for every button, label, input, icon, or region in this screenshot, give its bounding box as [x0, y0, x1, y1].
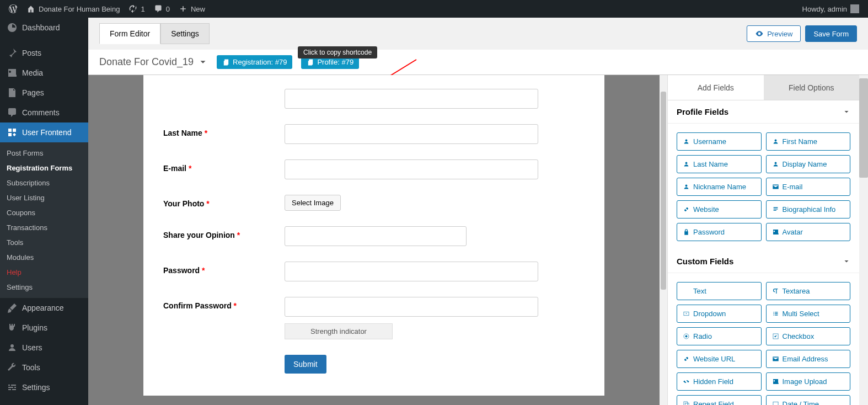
- right-panel: Add Fields Field Options Profile Fields …: [667, 75, 859, 405]
- link-icon: [683, 206, 690, 213]
- input-first-name[interactable]: [285, 89, 538, 109]
- input-confirm-password[interactable]: [285, 297, 538, 317]
- submenu-registration-forms[interactable]: Registration Forms: [0, 161, 88, 175]
- menu-pages[interactable]: Pages: [0, 83, 88, 103]
- site-home[interactable]: Donate For Human Being: [22, 0, 124, 18]
- updates-count: 1: [141, 5, 144, 13]
- menu-users[interactable]: Users: [0, 338, 88, 358]
- radio-icon: [683, 333, 690, 340]
- pin-icon: [7, 47, 18, 58]
- copy-tooltip: Click to copy shortcode: [298, 46, 377, 58]
- field-datetime[interactable]: Date / Time: [766, 395, 851, 405]
- submit-button[interactable]: Submit: [285, 355, 326, 374]
- envelope-icon: [772, 355, 779, 363]
- form-canvas[interactable]: Last Name * E-mail * Your Photo * Select…: [88, 75, 660, 405]
- tab-add-fields[interactable]: Add Fields: [668, 75, 764, 100]
- submenu-settings[interactable]: Settings: [0, 280, 88, 295]
- submenu-subscriptions[interactable]: Subscriptions: [0, 175, 88, 190]
- shortcode-registration[interactable]: Registration: #79: [217, 55, 292, 69]
- field-username[interactable]: Username: [677, 132, 762, 151]
- submenu-tools[interactable]: Tools: [0, 235, 88, 250]
- menu-posts-label: Posts: [22, 49, 41, 57]
- submenu-help[interactable]: Help: [0, 265, 88, 280]
- comments-icon: [7, 107, 18, 118]
- submenu-post-forms[interactable]: Post Forms: [0, 146, 88, 161]
- page-scrollbar[interactable]: [859, 75, 868, 405]
- wrench-icon: [7, 362, 18, 373]
- menu-posts[interactable]: Posts: [0, 43, 88, 63]
- submenu-user-listing[interactable]: User Listing: [0, 190, 88, 205]
- field-nickname[interactable]: Nickname Name: [677, 178, 762, 196]
- field-multi-select[interactable]: Multi Select: [766, 305, 851, 323]
- comments-count: 0: [166, 5, 170, 13]
- svg-point-4: [685, 335, 688, 338]
- menu-tools[interactable]: Tools: [0, 358, 88, 377]
- field-bio[interactable]: Biographical Info: [766, 200, 851, 219]
- form-title-text: Donate For Covid_19: [99, 56, 194, 68]
- field-email-address[interactable]: Email Address: [766, 350, 851, 368]
- submenu-coupons[interactable]: Coupons: [0, 205, 88, 220]
- preview-button[interactable]: Preview: [747, 25, 801, 42]
- new-content[interactable]: New: [174, 0, 210, 18]
- tab-settings[interactable]: Settings: [160, 23, 210, 44]
- svg-rect-6: [684, 402, 688, 405]
- input-last-name[interactable]: [285, 124, 538, 144]
- canvas-scrollbar[interactable]: [660, 75, 667, 405]
- field-text[interactable]: Text: [677, 282, 762, 300]
- form-title[interactable]: Donate For Covid_19: [99, 56, 208, 68]
- menu-plugins-label: Plugins: [22, 323, 47, 332]
- admin-bar: Donate For Human Being 1 0 New Howdy, ad…: [0, 0, 868, 18]
- select-image-button[interactable]: Select Image: [285, 195, 341, 211]
- user-avatar: [850, 4, 859, 13]
- menu-comments[interactable]: Comments: [0, 103, 88, 122]
- menu-plugins[interactable]: Plugins: [0, 318, 88, 338]
- menu-dashboard[interactable]: Dashboard: [0, 18, 88, 38]
- wp-logo[interactable]: [4, 0, 22, 18]
- admin-bar-right[interactable]: Howdy, admin: [802, 4, 864, 13]
- field-website-url[interactable]: Website URL: [677, 350, 762, 368]
- new-label: New: [191, 5, 205, 13]
- section-profile-fields[interactable]: Profile Fields: [668, 100, 859, 124]
- field-repeat[interactable]: Repeat Field: [677, 395, 762, 405]
- label-placeholder: [163, 89, 274, 93]
- field-display-name[interactable]: Display Name: [766, 155, 851, 173]
- menu-media[interactable]: Media: [0, 63, 88, 83]
- section-custom-fields[interactable]: Custom Fields: [668, 250, 859, 273]
- menu-settings[interactable]: Settings: [0, 377, 88, 397]
- field-last-name[interactable]: Last Name: [677, 155, 762, 173]
- updates[interactable]: 1: [124, 0, 149, 18]
- field-first-name[interactable]: First Name: [766, 132, 851, 151]
- menu-pages-label: Pages: [22, 88, 44, 97]
- tab-form-editor[interactable]: Form Editor: [99, 23, 160, 44]
- user-icon: [683, 161, 690, 168]
- field-checkbox[interactable]: Checkbox: [766, 327, 851, 345]
- comments[interactable]: 0: [149, 0, 174, 18]
- svg-rect-7: [685, 403, 689, 405]
- field-image-upload[interactable]: Image Upload: [766, 372, 851, 391]
- site-name: Donate For Human Being: [39, 5, 120, 13]
- envelope-icon: [772, 183, 779, 190]
- comment-icon: [154, 4, 163, 13]
- submenu-transactions[interactable]: Transactions: [0, 220, 88, 235]
- field-website[interactable]: Website: [677, 200, 762, 219]
- field-email[interactable]: E-mail: [766, 178, 851, 196]
- field-password[interactable]: Password: [677, 223, 762, 241]
- field-avatar[interactable]: Avatar: [766, 223, 851, 241]
- tab-field-options[interactable]: Field Options: [764, 75, 860, 100]
- field-textarea[interactable]: Textarea: [766, 282, 851, 300]
- input-opinion[interactable]: [285, 226, 467, 246]
- input-email[interactable]: [285, 159, 538, 179]
- custom-fields-label: Custom Fields: [677, 257, 733, 266]
- input-password[interactable]: [285, 262, 538, 281]
- label-email: E-mail *: [163, 159, 274, 173]
- submenu-modules[interactable]: Modules: [0, 250, 88, 265]
- field-dropdown[interactable]: Dropdown: [677, 305, 762, 323]
- menu-comments-label: Comments: [22, 108, 60, 117]
- media-icon: [7, 67, 18, 78]
- image-icon: [772, 378, 779, 385]
- menu-appearance[interactable]: Appearance: [0, 298, 88, 318]
- save-form-button[interactable]: Save Form: [805, 25, 857, 42]
- field-radio[interactable]: Radio: [677, 327, 762, 345]
- menu-user-frontend[interactable]: User Frontend: [0, 122, 88, 142]
- field-hidden[interactable]: Hidden Field: [677, 372, 762, 391]
